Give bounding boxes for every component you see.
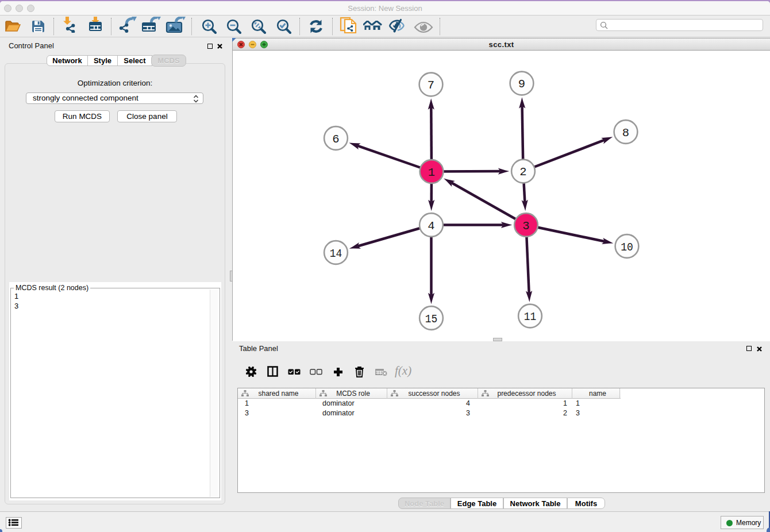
svg-text:7: 7 (428, 79, 434, 92)
svg-text:1: 1 (428, 166, 435, 179)
svg-text:10: 10 (621, 241, 633, 254)
svg-text:3: 3 (522, 219, 529, 233)
svg-text:11: 11 (524, 310, 537, 323)
svg-text:9: 9 (518, 78, 525, 91)
svg-text:15: 15 (425, 313, 438, 326)
svg-text:14: 14 (330, 247, 342, 260)
svg-text:6: 6 (332, 133, 339, 146)
svg-text:2: 2 (519, 165, 526, 179)
svg-text:8: 8 (622, 126, 629, 140)
svg-text:4: 4 (428, 219, 434, 233)
